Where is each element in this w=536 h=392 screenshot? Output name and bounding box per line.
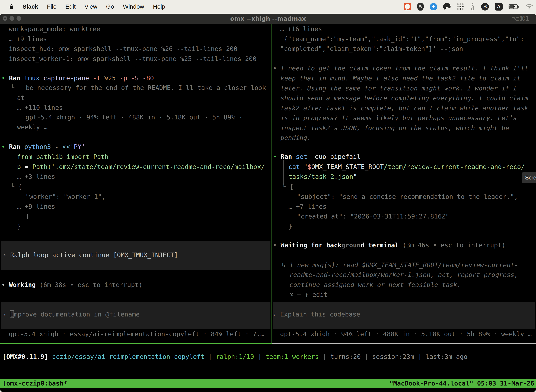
- term-segment: tmux: [24, 75, 40, 82]
- term-segment: gpt-5.4 xhigh · essay/ai-reimplementatio…: [9, 330, 264, 338]
- term-segment: <<: [62, 143, 70, 150]
- term-segment: •: [273, 242, 281, 249]
- terminal-line: is in progress? It seems likely but perh…: [281, 114, 517, 122]
- term-segment: $: [307, 163, 311, 170]
- terminal-line: task2 after task1 is complete, but can I…: [281, 104, 528, 112]
- term-segment: |: [361, 353, 372, 360]
- terminal-line: • Waiting for background terminal (3m 46…: [273, 241, 505, 249]
- terminal-line: "completed","claim_token":"claim-token"}…: [280, 45, 463, 53]
- terminal-line: • Working (6m 38s • esc to interrupt): [1, 281, 143, 289]
- term-segment: └: [282, 183, 289, 190]
- command-output-connector: [12, 150, 12, 185]
- term-segment: Working: [9, 281, 36, 288]
- terminal-line: gpt-5.4 xhigh · essay/ai-reimplementatio…: [9, 330, 264, 338]
- terminal-line: › Explain this codebase: [273, 310, 360, 318]
- term-segment: {: [289, 183, 293, 190]
- term-segment: team:1 workers: [266, 353, 319, 360]
- term-segment: p: [17, 163, 25, 170]
- term-segment: I: [10, 311, 14, 318]
- terminal-line: ⌥ + ↑ edit: [289, 291, 328, 299]
- wifi-icon[interactable]: [526, 4, 533, 10]
- blue-bolt-icon[interactable]: [430, 3, 437, 10]
- term-segment: ": [300, 163, 307, 170]
- term-segment: [48, 353, 52, 360]
- term-segment: [20, 75, 24, 82]
- term-segment: Waiting for back: [281, 242, 341, 249]
- term-segment: OMX_TEAM_STATE_ROOT: [311, 163, 384, 170]
- terminal-line: }: [288, 222, 292, 230]
- term-segment: … +16 lines: [280, 25, 322, 33]
- term-segment: ]: [25, 213, 29, 220]
- terminal-line: … +16 lines: [280, 25, 322, 33]
- terminal-line: • Ran tmux capture-pane -t %25 -p -S -80: [1, 74, 154, 82]
- pie-circle-icon[interactable]: [443, 3, 450, 10]
- menu-item-go[interactable]: Go: [106, 3, 114, 10]
- tmux-status-bar: [omx-cczip0:bash* "MacBook-Pro-44.local"…: [0, 379, 536, 388]
- menu-item-app-name[interactable]: Slack: [23, 3, 38, 10]
- term-segment: weekly …: [17, 123, 48, 131]
- terminal-line: └ {: [282, 183, 293, 191]
- terminal-line: weekly …: [17, 123, 48, 131]
- term-segment: … +110 lines: [17, 104, 63, 111]
- terminal-line: ]: [25, 212, 29, 220]
- term-segment: ": [353, 173, 357, 180]
- dots-grid-icon[interactable]: [456, 3, 464, 10]
- terminal-line: "subject": "send a concise recommendatio…: [297, 193, 518, 201]
- term-segment: 1 new msg(s): read $OMX_TEAM_STATE_ROOT/…: [289, 261, 518, 269]
- term-segment: capture-pane: [40, 75, 89, 82]
- term-segment: … +3 lines: [17, 173, 55, 180]
- menu-status-icons: ..61 A: [404, 0, 533, 13]
- term-segment: └: [10, 183, 18, 190]
- squiggle-icon[interactable]: [470, 3, 475, 11]
- term-segment: from pathlib import Path: [17, 153, 109, 160]
- terminal-line: tasks/task-2.json": [288, 173, 357, 181]
- terminal-line: cat "$OMX_TEAM_STATE_ROOT/team/review-cu…: [288, 163, 525, 171]
- battery-charging-icon[interactable]: [509, 4, 519, 9]
- left-pane-bottom-border: [0, 343, 272, 344]
- term-segment: continue assigned work or next feasible …: [289, 281, 461, 288]
- a-key-icon[interactable]: A: [495, 3, 502, 10]
- term-segment: inspect task2's JSON, focusing on the st…: [281, 124, 509, 131]
- term-segment: is in progress? It seems likely but perh…: [281, 114, 517, 121]
- term-segment: -p -S -80: [116, 75, 154, 82]
- terminal-line: └ {: [10, 183, 22, 191]
- term-segment: ↳: [282, 261, 289, 269]
- menu-item-view[interactable]: View: [84, 3, 97, 10]
- menu-item-edit[interactable]: Edit: [65, 3, 76, 10]
- term-segment: … +9 lines: [9, 35, 47, 42]
- terminal-line: • Ran python3 - <<'PY': [1, 143, 85, 151]
- menu-bar: Slack FileEditViewGoWindowHelp ..61: [0, 0, 536, 13]
- screen-notification-overlay[interactable]: Scre: [522, 172, 536, 183]
- menu-item-help[interactable]: Help: [153, 3, 165, 10]
- terminal-window: omx --xhigh --madmax ⌥⌘1 workspace_mode:…: [0, 14, 536, 392]
- term-segment: set: [296, 153, 307, 160]
- terminal-line: └ be necessary for the end of the README…: [10, 84, 266, 92]
- term-segment: "created_at": "2026-03-31T11:59:27.816Z": [297, 213, 449, 220]
- term-segment: (6m 38s • esc to interrupt): [36, 281, 143, 288]
- tmux-host-clock: "MacBook-Pro-44.local" 05:03 31-Mar-26: [389, 379, 534, 388]
- terminal-line: … +9 lines: [9, 35, 47, 43]
- shield-icon[interactable]: [417, 3, 424, 10]
- term-segment: … +9 lines: [17, 203, 55, 210]
- term-segment: •: [1, 143, 9, 150]
- terminal-line: workspace_mode: worktree: [9, 25, 100, 33]
- term-segment: Explain this codebase: [280, 311, 360, 318]
- term-segment: •: [273, 153, 281, 160]
- circle-badge-icon[interactable]: ..61: [481, 3, 489, 10]
- menu-item-window[interactable]: Window: [123, 3, 144, 10]
- terminal-line: from pathlib import Path: [17, 153, 109, 161]
- terminal-line: • I need to get the claim token from the…: [273, 64, 528, 72]
- pane-divider[interactable]: [272, 24, 272, 344]
- term-segment: }: [288, 223, 292, 230]
- term-segment: •: [273, 65, 281, 72]
- term-segment: -euo pipefail: [307, 153, 360, 160]
- menu-item-file[interactable]: File: [47, 3, 57, 10]
- term-segment: Ran: [9, 75, 20, 82]
- term-segment: -t: [89, 75, 100, 82]
- term-segment: session:23m: [372, 353, 414, 360]
- chat-app-icon[interactable]: [404, 3, 411, 10]
- term-segment: readme-and-reco/mailbox/worker-1.json, a…: [289, 271, 518, 278]
- terminal-line: keep that in mind. Maybe I also need the…: [281, 74, 521, 82]
- apple-icon[interactable]: [8, 3, 14, 10]
- terminal-line: gpt-5.4 xhigh · 94% left · 488K in · 5.1…: [25, 113, 243, 121]
